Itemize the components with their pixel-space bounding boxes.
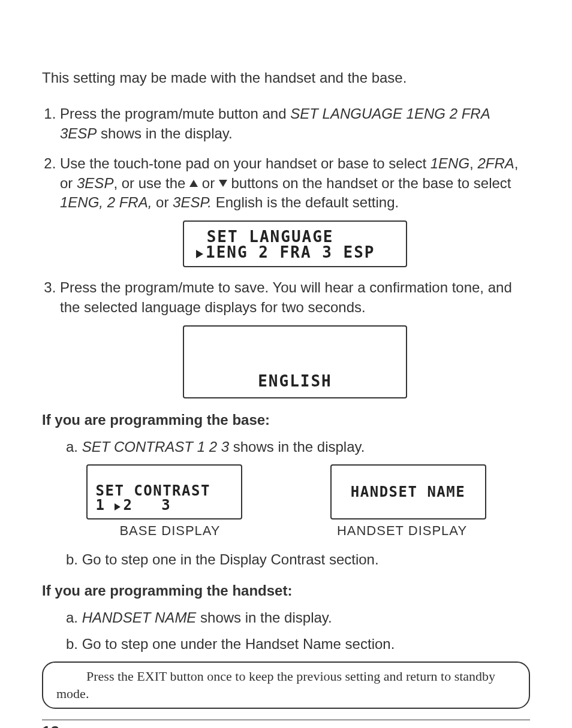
base-heading: If you are programming the base: bbox=[42, 412, 530, 428]
up-arrow-icon bbox=[189, 180, 198, 187]
lcd-handset-name-text: HANDSET NAME bbox=[351, 485, 465, 499]
s3-text: Press the program/mute to save. You will… bbox=[60, 279, 512, 315]
s2-mid2: or bbox=[198, 175, 219, 191]
tip-text: Press the EXIT button once to keep the p… bbox=[56, 669, 495, 702]
s1-text-b: shows in the display. bbox=[97, 125, 232, 141]
hs-a-i: HANDSET NAME bbox=[82, 609, 197, 626]
step-list: Press the program/mute button and SET LA… bbox=[42, 104, 530, 398]
s2-i5: 3ESP. bbox=[173, 194, 212, 210]
lcd-contrast-pre: 1 bbox=[96, 497, 115, 513]
base-sub-b: b. Go to step one in the Display Contras… bbox=[66, 549, 530, 570]
step-3: Press the program/mute to save. You will… bbox=[60, 278, 530, 398]
tip-box: Press the EXIT button once to keep the p… bbox=[42, 661, 530, 709]
step-2: Use the touch-tone pad on your handset o… bbox=[60, 154, 530, 267]
lcd1-line1: SET LANGUAGE bbox=[196, 229, 394, 244]
lcd-handset-name: HANDSET NAME bbox=[330, 464, 486, 519]
display-pair: SET CONTRAST 1 2 3 HANDSET NAME bbox=[54, 464, 518, 519]
base-a2: shows in the display. bbox=[229, 439, 365, 455]
footer-rule bbox=[42, 720, 530, 720]
base-a-i: SET CONTRAST 1 2 3 bbox=[82, 439, 229, 455]
s2-a: Use the touch-tone pad on your handset o… bbox=[60, 155, 430, 171]
s2-c3: or bbox=[152, 194, 173, 210]
cursor-icon-2 bbox=[115, 503, 121, 510]
hs-sub-b: b. Go to step one under the Handset Name… bbox=[66, 634, 530, 654]
page: This setting may be made with the handse… bbox=[0, 0, 572, 728]
step-1: Press the program/mute button and SET LA… bbox=[60, 104, 530, 143]
lcd-set-language: SET LANGUAGE 1ENG 2 FRA 3 ESP bbox=[183, 220, 407, 267]
caption-handset: HANDSET DISPLAY bbox=[318, 523, 486, 539]
s2-i2: 2FRA bbox=[477, 155, 514, 171]
lcd-contrast-line2: 1 2 3 bbox=[96, 498, 233, 512]
lcd-set-contrast: SET CONTRAST 1 2 3 bbox=[86, 464, 242, 519]
s2-i3: 3ESP bbox=[77, 175, 113, 191]
intro-text: This setting may be made with the handse… bbox=[42, 68, 530, 87]
cursor-icon bbox=[196, 250, 203, 258]
s1-text-a: Press the program/mute button and bbox=[60, 105, 290, 122]
hs-sub-a: a. HANDSET NAME shows in the display. bbox=[66, 608, 530, 628]
caption-base: BASE DISPLAY bbox=[86, 523, 254, 539]
base-a1: a. bbox=[66, 439, 82, 455]
down-arrow-icon bbox=[219, 180, 227, 187]
s2-c1: , bbox=[469, 155, 477, 171]
lcd2-text: ENGLISH bbox=[258, 373, 332, 389]
s2-i4: 1ENG, 2 FRA, bbox=[60, 194, 152, 210]
hs-heading: If you are programming the handset: bbox=[42, 582, 530, 599]
hs-a2: shows in the display. bbox=[196, 609, 332, 626]
hs-a1: a. bbox=[66, 609, 82, 626]
s2-end: English is the default setting. bbox=[212, 194, 399, 210]
lcd-contrast-line1: SET CONTRAST bbox=[96, 484, 233, 498]
s2-i1: 1ENG bbox=[430, 155, 469, 171]
s2-mid: , or use the bbox=[113, 175, 189, 191]
lcd1-line2: 1ENG 2 FRA 3 ESP bbox=[196, 244, 394, 260]
page-number: 12 bbox=[42, 723, 530, 728]
base-sub-a: a. SET CONTRAST 1 2 3 shows in the displ… bbox=[66, 437, 530, 457]
lcd1-line2-text: 1ENG 2 FRA 3 ESP bbox=[206, 243, 375, 261]
caption-row: BASE DISPLAY HANDSET DISPLAY bbox=[54, 523, 518, 539]
lcd-contrast-post: 2 3 bbox=[123, 497, 171, 513]
lcd-english: ENGLISH bbox=[183, 325, 407, 398]
s2-mid3: buttons on the handset or the base to se… bbox=[227, 175, 511, 191]
